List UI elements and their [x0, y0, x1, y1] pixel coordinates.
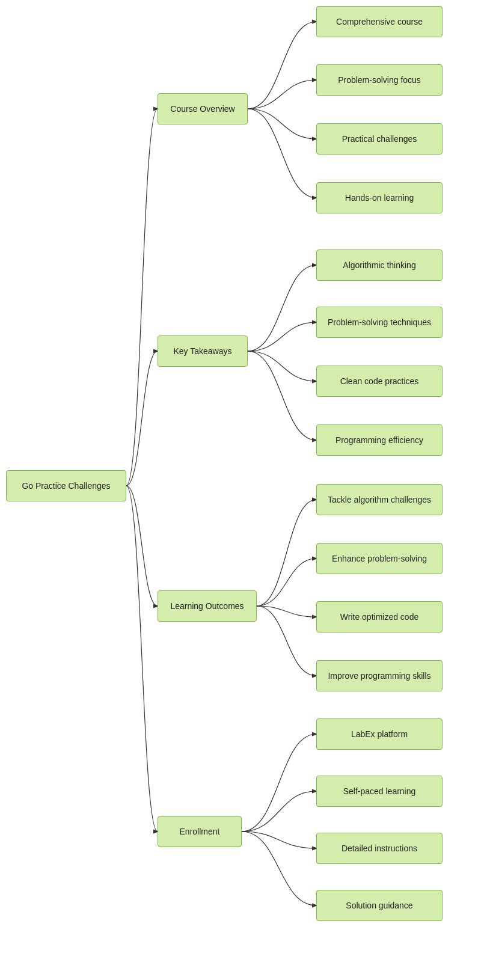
- node-problemSolvingFocus: Problem-solving focus: [316, 64, 443, 96]
- node-cleanCodePractices: Clean code practices: [316, 366, 443, 397]
- node-keyTakeaways: Key Takeaways: [158, 335, 248, 367]
- node-enhanceProblemSolving: Enhance problem-solving: [316, 543, 443, 574]
- node-handsOnLearning: Hands-on learning: [316, 182, 443, 213]
- node-selfPacedLearning: Self-paced learning: [316, 776, 443, 807]
- node-algorithmicThinking: Algorithmic thinking: [316, 250, 443, 281]
- node-comprehensiveCourse: Comprehensive course: [316, 6, 443, 37]
- node-enrollment: Enrollment: [158, 816, 242, 847]
- node-tackleAlgorithmChallenges: Tackle algorithm challenges: [316, 484, 443, 515]
- node-labExPlatform: LabEx platform: [316, 718, 443, 750]
- diagram-container: Go Practice ChallengesCourse OverviewKey…: [0, 0, 481, 980]
- node-problemSolvingTechniques: Problem-solving techniques: [316, 307, 443, 338]
- node-writeOptimizedCode: Write optimized code: [316, 601, 443, 632]
- node-programmingEfficiency: Programming efficiency: [316, 424, 443, 456]
- node-detailedInstructions: Detailed instructions: [316, 833, 443, 864]
- node-improveProgrammingSkills: Improve programming skills: [316, 660, 443, 691]
- node-solutionGuidance: Solution guidance: [316, 890, 443, 921]
- node-learningOutcomes: Learning Outcomes: [158, 590, 257, 622]
- node-practicalChallenges: Practical challenges: [316, 123, 443, 155]
- node-courseOverview: Course Overview: [158, 93, 248, 124]
- node-root: Go Practice Challenges: [6, 470, 126, 501]
